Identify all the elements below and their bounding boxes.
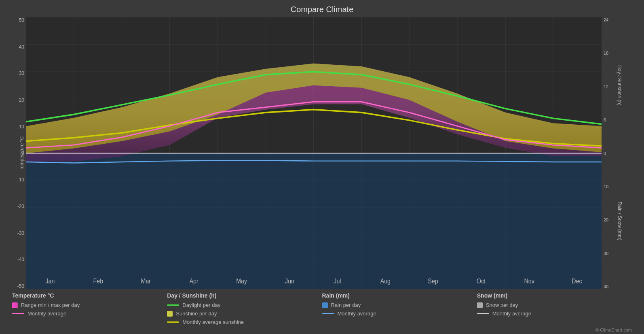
- y-tick: -10: [17, 177, 24, 183]
- legend-temp-title: Temperature °C: [12, 292, 167, 299]
- y-tick-right: 12: [604, 84, 608, 89]
- svg-text:Nov: Nov: [524, 277, 534, 285]
- y-axis-right-labels: Day / Sunshine (h) Rain / Snow (mm): [628, 17, 636, 289]
- legend-sunshine-label: Sunshine per day: [176, 311, 217, 317]
- svg-text:Dec: Dec: [572, 277, 582, 285]
- chart-svg: Jan Feb Mar Apr May Jun Jul Aug Sep Oct …: [26, 17, 602, 289]
- y-tick-right: 40: [604, 284, 608, 289]
- y-tick: 20: [19, 97, 24, 103]
- legend-sunshine-day: Sunshine per day: [167, 311, 322, 317]
- legend-daylight-line: [167, 304, 179, 306]
- legend-temp-range-box: [12, 302, 18, 308]
- legend-temp-range: Range min / max per day: [12, 302, 167, 308]
- legend-sunshine-avg-line: [167, 321, 179, 323]
- legend-sunshine: Day / Sunshine (h) Daylight per day Suns…: [167, 292, 322, 325]
- y-tick: -30: [17, 230, 24, 236]
- y-tick: -20: [17, 204, 24, 209]
- legend-rain-label: Rain per day: [331, 302, 361, 308]
- main-container: Compare Climate Temperature °C 50 40 30 …: [0, 0, 644, 334]
- legend-snow-day: Snow per day: [477, 302, 632, 308]
- legend-daylight-label: Daylight per day: [182, 302, 220, 308]
- y-tick: 30: [19, 70, 24, 76]
- y-tick: 40: [19, 44, 24, 50]
- y-axis-left-label: Temperature °C: [19, 136, 25, 170]
- legend-area: Temperature °C Range min / max per day M…: [0, 289, 644, 328]
- y-axis-right: 24 18 12 6 0 10 20 30 40: [602, 17, 628, 289]
- svg-text:Aug: Aug: [380, 277, 391, 285]
- y-tick: 50: [19, 17, 24, 23]
- legend-snow-box: [477, 302, 483, 308]
- legend-rain-day: Rain per day: [322, 302, 477, 308]
- y-tick-right: 10: [604, 184, 608, 189]
- legend-rain-box: [322, 302, 328, 308]
- legend-sunshine-avg: Monthly average sunshine: [167, 319, 322, 325]
- legend-rain-avg-label: Monthly average: [338, 311, 376, 317]
- y-tick-right: 20: [604, 217, 608, 222]
- svg-text:Apr: Apr: [190, 277, 198, 285]
- svg-text:May: May: [236, 277, 247, 285]
- legend-rain: Rain (mm) Rain per day Monthly average: [322, 292, 477, 325]
- legend-temperature: Temperature °C Range min / max per day M…: [12, 292, 167, 325]
- y-axis-right-label-bottom: Rain / Snow (mm): [617, 202, 623, 240]
- legend-temp-range-label: Range min / max per day: [21, 302, 80, 308]
- legend-rain-title: Rain (mm): [322, 292, 477, 299]
- svg-text:Oct: Oct: [477, 277, 486, 285]
- legend-temp-avg: Monthly average: [12, 311, 167, 317]
- svg-text:Feb: Feb: [93, 277, 103, 285]
- chart-inner: Stuttgart Stuttgart ClimeChart.com Clime…: [26, 17, 602, 289]
- legend-snow-avg-label: Monthly average: [492, 311, 531, 317]
- y-axis-right-label-top: Day / Sunshine (h): [616, 65, 622, 105]
- legend-temp-avg-label: Monthly average: [27, 311, 66, 317]
- legend-rain-avg: Monthly average: [322, 311, 477, 317]
- y-tick-right: 6: [604, 117, 606, 122]
- legend-daylight: Daylight per day: [167, 302, 322, 308]
- legend-sunshine-box: [167, 311, 173, 317]
- y-tick: -40: [17, 257, 24, 262]
- legend-sunshine-title: Day / Sunshine (h): [167, 292, 322, 299]
- legend-sunshine-avg-label: Monthly average sunshine: [182, 319, 244, 325]
- svg-text:Jul: Jul: [334, 277, 341, 285]
- svg-text:Sep: Sep: [428, 277, 438, 285]
- svg-text:Mar: Mar: [141, 277, 151, 285]
- y-tick-right: 30: [604, 251, 608, 256]
- legend-snow-avg: Monthly average: [477, 311, 632, 317]
- legend-snow: Snow (mm) Snow per day Monthly average: [477, 292, 632, 325]
- y-tick-right: 24: [604, 17, 608, 22]
- copyright: © ClimeChart.com: [0, 328, 644, 334]
- y-axis-left: Temperature °C 50 40 30 20 10 0 -10 -20 …: [4, 17, 26, 289]
- y-tick: -50: [17, 283, 24, 289]
- chart-title: Compare Climate: [0, 0, 644, 16]
- svg-text:Jan: Jan: [45, 277, 55, 285]
- legend-snow-avg-line: [477, 313, 489, 314]
- legend-snow-per-day-label: Snow per day: [486, 302, 518, 308]
- legend-snow-title: Snow (mm): [477, 292, 632, 299]
- svg-text:Jun: Jun: [285, 277, 294, 285]
- legend-rain-avg-line: [322, 313, 334, 314]
- svg-rect-21: [26, 153, 602, 289]
- legend-temp-avg-line: [12, 313, 24, 314]
- y-tick-right: 18: [604, 51, 608, 55]
- y-tick: 10: [19, 124, 24, 130]
- y-tick-right: 0: [604, 151, 606, 156]
